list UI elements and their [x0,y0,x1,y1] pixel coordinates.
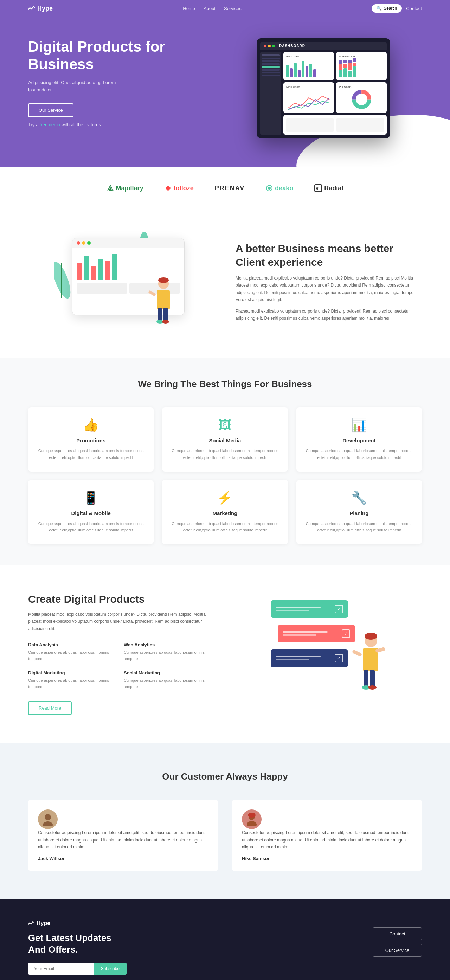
svg-point-18 [162,320,169,323]
footer-subscribe-button[interactable]: Subscribe [94,963,127,975]
hero-title: Digital Products for Business [28,38,225,73]
cd-features: Data Analysis Cumque asperiores ab quasi… [28,642,211,690]
svg-point-30 [45,814,51,820]
footer-right-buttons: Contact Our Service [373,927,422,957]
marketing-icon: ⚡ [170,490,279,505]
testimonials-grid: Consectetur adipiscing Lorem ipsum dolor… [28,800,422,871]
service-planing: 🔧 Planing Cumque asperiores ab quasi lab… [296,480,422,544]
jack-text: Consectetur adipiscing Lorem ipsum dolor… [38,829,208,851]
person-illustration [146,277,181,329]
digital-mobile-desc: Cumque asperiores ab quasi laboriosam om… [37,520,145,533]
hero-image: DASHBOARD Bar Chart [225,38,422,138]
svg-point-31 [43,821,53,826]
nav-services[interactable]: Services [224,6,242,11]
services-title: We Bring The Best Things For Business [28,379,422,390]
jack-name: Jack Willson [38,856,208,861]
digital-mobile-icon: 📱 [37,490,145,505]
services-section: We Bring The Best Things For Business 👍 … [0,358,450,565]
svg-rect-28 [352,649,363,657]
read-more-button[interactable]: Read More [28,701,72,715]
bar-chart [286,59,331,77]
hero-description: Adipi sicing elit. Quo, aliquid adio gg … [28,79,119,94]
footer-email-input[interactable] [28,963,94,975]
footer-logo: Hype [28,920,127,927]
svg-point-34 [248,813,256,818]
svg-rect-19 [148,290,156,296]
service-promotions: 👍 Promotions Cumque asperiores ab quasi … [28,407,154,471]
marketing-desc: Cumque asperiores ab quasi laboriosam om… [170,520,279,533]
checklist-item-2: ✓ [278,625,355,643]
cd-feature-social-marketing: Social Marketing Cumque asperiores ab qu… [124,670,211,690]
footer-our-service-button[interactable]: Our Service [373,944,422,957]
nike-name: Nike Samson [242,856,412,861]
navbar: Hype Home About Services 🔍 Search Contac… [0,0,450,17]
testimonial-jack: Consectetur adipiscing Lorem ipsum dolor… [28,800,218,871]
svg-point-22 [364,633,377,640]
svg-rect-24 [364,670,369,687]
check-1: ✓ [335,605,343,613]
promotions-desc: Cumque asperiores ab quasi laboriosam om… [37,448,145,461]
hero-demo-link[interactable]: free demo [40,122,60,127]
pie-chart [339,90,384,109]
brand-mapillary: Mapillary [107,185,143,192]
testimonial-nike: Consectetur adipiscing Lorem ipsum dolor… [232,800,422,871]
social-media-icon: 🖼 [170,418,279,433]
footer-contact-button[interactable]: Contact [373,927,422,940]
brand-folloze: folloze [165,185,194,192]
development-desc: Cumque asperiores ab quasi laboriosam om… [305,448,413,461]
dash-title: DASHBOARD [279,44,305,48]
svg-point-27 [368,685,377,690]
social-media-title: Social Media [170,438,279,444]
planing-icon: 🔧 [305,490,413,505]
line-chart-svg [286,90,331,115]
nav-contact[interactable]: Contact [406,6,422,11]
feature-digital-marketing-desc: Cumque asperiores ab quasi laboriosam om… [28,678,115,690]
svg-rect-29 [375,647,386,653]
bb-para2: Placeat modi explicabo voluptatum corpor… [235,308,422,322]
services-grid: 👍 Promotions Cumque asperiores ab quasi … [28,407,422,544]
hero-cta-button[interactable]: Our Service [28,103,73,117]
better-business-section: A better Business means better Client ex… [0,210,450,358]
feature-social-marketing-desc: Cumque asperiores ab quasi laboriosam om… [124,678,211,690]
svg-marker-5 [165,185,171,191]
svg-rect-16 [164,308,168,322]
logo-icon [28,6,35,11]
planing-desc: Cumque asperiores ab quasi laboriosam om… [305,520,413,533]
feature-data-analysis-title: Data Analysis [28,642,115,648]
bottom-card [283,115,387,135]
footer-top: Hype Get Latest Updates And Offers. Subs… [28,920,422,980]
checklist-item-3: ✓ [271,649,348,667]
testimonials-section: Our Customer Always Happy Consectetur ad… [0,743,450,899]
stacked-chart-card: Stacked Bar [336,52,387,80]
feature-digital-marketing-title: Digital Marketing [28,670,115,676]
svg-text:R: R [316,186,318,191]
development-icon: 📊 [305,418,413,433]
svg-point-7 [268,187,271,189]
deako-icon [266,185,273,192]
promotions-icon: 👍 [37,418,145,433]
cd-description: Molltia placeat modi explicabo voluptatu… [28,611,211,632]
jack-avatar [38,810,58,829]
marketing-title: Marketing [170,510,279,516]
feature-web-analytics-desc: Cumque asperiores ab quasi laboriosam om… [124,649,211,662]
footer: Hype Get Latest Updates And Offers. Subs… [0,899,450,980]
digital-mobile-title: Digital & Mobile [37,510,145,516]
bar-chart-card: Bar Chart [283,52,334,80]
promotions-title: Promotions [37,438,145,444]
cd-right: ✓ ✓ ✓ [239,593,422,699]
check-3: ✓ [335,654,343,662]
nav-logo: Hype [28,5,53,12]
feature-data-analysis-desc: Cumque asperiores ab quasi laboriosam om… [28,649,115,662]
svg-rect-15 [158,308,162,322]
bb-text: A better Business means better Client ex… [235,242,422,326]
svg-point-13 [158,277,169,283]
feature-social-marketing-title: Social Marketing [124,670,211,676]
nav-about[interactable]: About [204,6,216,11]
checklist-item-1: ✓ [271,600,348,618]
search-button[interactable]: 🔍 Search [372,4,402,13]
line-chart-card: Line Chart [283,82,334,113]
stacked-bars [339,59,384,77]
nav-home[interactable]: Home [183,6,195,11]
service-marketing: ⚡ Marketing Cumque asperiores ab quasi l… [162,480,288,544]
footer-logo-icon [28,921,35,926]
